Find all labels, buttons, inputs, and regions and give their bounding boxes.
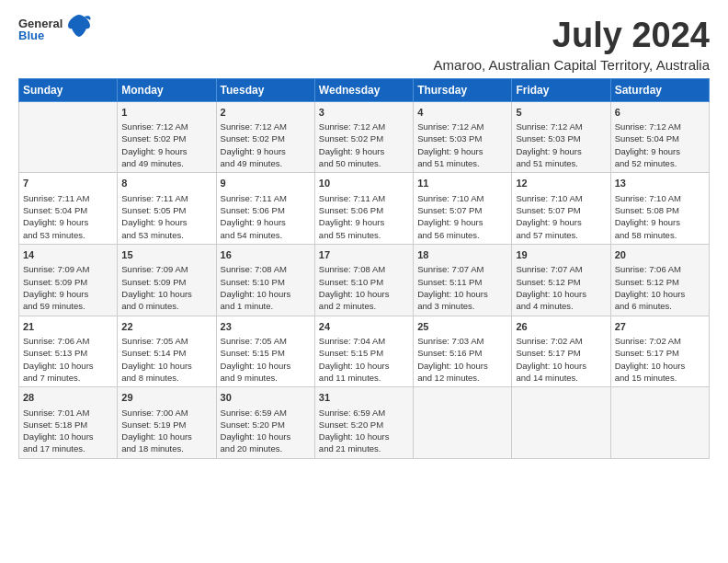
day-number: 8 — [121, 177, 211, 190]
day-info: Daylight: 9 hours — [615, 145, 705, 157]
day-number: 1 — [121, 106, 211, 120]
day-number: 16 — [221, 248, 311, 262]
day-info: Sunrise: 7:03 AM — [417, 335, 507, 347]
day-number: 23 — [221, 320, 311, 334]
day-info: Sunset: 5:09 PM — [121, 276, 211, 288]
day-info: Sunrise: 7:10 AM — [615, 192, 705, 204]
day-info: and 58 minutes. — [615, 229, 705, 241]
day-info: Sunrise: 7:12 AM — [319, 121, 409, 132]
calendar-cell: 4Sunrise: 7:12 AMSunset: 5:03 PMDaylight… — [414, 101, 512, 173]
day-info: and 2 minutes. — [319, 300, 409, 312]
header-cell-saturday: Saturday — [610, 78, 709, 101]
day-info: Sunrise: 7:12 AM — [221, 121, 311, 132]
day-info: and 12 minutes. — [417, 372, 507, 384]
day-info: Sunrise: 7:02 AM — [516, 335, 606, 347]
day-info: Sunset: 5:06 PM — [319, 204, 409, 216]
calendar-table: SundayMondayTuesdayWednesdayThursdayFrid… — [18, 78, 710, 459]
day-info: Sunset: 5:02 PM — [319, 132, 409, 144]
day-info: Sunset: 5:12 PM — [615, 276, 705, 288]
day-info: Daylight: 9 hours — [121, 145, 211, 157]
calendar-cell: 28Sunrise: 7:01 AMSunset: 5:18 PMDayligh… — [19, 387, 118, 459]
day-info: and 55 minutes. — [319, 229, 409, 241]
day-info: Sunset: 5:03 PM — [417, 132, 507, 144]
calendar-cell: 9Sunrise: 7:11 AMSunset: 5:06 PMDaylight… — [216, 173, 314, 245]
day-info: and 20 minutes. — [221, 442, 311, 454]
day-info: and 15 minutes. — [615, 372, 705, 384]
day-info: Sunset: 5:06 PM — [221, 204, 311, 216]
day-info: Sunrise: 7:04 AM — [319, 335, 409, 347]
day-info: Sunset: 5:04 PM — [23, 204, 113, 216]
day-info: Sunrise: 7:08 AM — [319, 263, 409, 275]
day-info: Sunset: 5:07 PM — [417, 204, 507, 216]
day-info: Daylight: 9 hours — [417, 145, 507, 157]
day-info: Sunrise: 7:09 AM — [121, 263, 211, 275]
calendar-cell — [19, 101, 118, 173]
day-number: 28 — [23, 391, 113, 405]
day-info: and 51 minutes. — [516, 157, 606, 169]
day-info: and 18 minutes. — [121, 442, 211, 454]
day-number: 7 — [23, 177, 113, 190]
calendar-cell: 20Sunrise: 7:06 AMSunset: 5:12 PMDayligh… — [610, 244, 709, 316]
day-info: Daylight: 10 hours — [221, 288, 311, 300]
day-info: Sunset: 5:04 PM — [615, 132, 705, 144]
calendar-week-row: 28Sunrise: 7:01 AMSunset: 5:18 PMDayligh… — [19, 387, 710, 459]
calendar-cell: 8Sunrise: 7:11 AMSunset: 5:05 PMDaylight… — [118, 173, 216, 245]
day-info: and 9 minutes. — [221, 372, 311, 384]
day-info: Sunset: 5:10 PM — [319, 276, 409, 288]
calendar-cell: 23Sunrise: 7:05 AMSunset: 5:15 PMDayligh… — [216, 316, 314, 387]
calendar-header-row: SundayMondayTuesdayWednesdayThursdayFrid… — [19, 78, 710, 101]
header: General Blue July 2024 Amaroo, Australia… — [18, 17, 710, 73]
day-info: and 7 minutes. — [23, 372, 113, 384]
calendar-cell: 10Sunrise: 7:11 AMSunset: 5:06 PMDayligh… — [314, 173, 413, 245]
calendar-cell: 26Sunrise: 7:02 AMSunset: 5:17 PMDayligh… — [512, 316, 610, 387]
day-number: 30 — [221, 391, 311, 405]
calendar-week-row: 7Sunrise: 7:11 AMSunset: 5:04 PMDaylight… — [19, 173, 710, 245]
day-info: Daylight: 10 hours — [615, 288, 705, 300]
calendar-cell: 14Sunrise: 7:09 AMSunset: 5:09 PMDayligh… — [19, 244, 118, 316]
logo: General Blue — [18, 17, 92, 42]
day-info: Sunset: 5:13 PM — [23, 347, 113, 359]
day-info: Sunset: 5:02 PM — [121, 132, 211, 144]
day-info: Sunset: 5:17 PM — [516, 347, 606, 359]
day-info: Daylight: 10 hours — [319, 360, 409, 372]
title-block: July 2024 Amaroo, Australian Capital Ter… — [434, 17, 710, 73]
day-info: Sunset: 5:10 PM — [221, 276, 311, 288]
day-info: Daylight: 10 hours — [319, 288, 409, 300]
day-info: Sunset: 5:03 PM — [516, 132, 606, 144]
calendar-cell: 31Sunrise: 6:59 AMSunset: 5:20 PMDayligh… — [314, 387, 413, 459]
day-info: Daylight: 9 hours — [221, 216, 311, 228]
calendar-cell: 3Sunrise: 7:12 AMSunset: 5:02 PMDaylight… — [314, 101, 413, 173]
day-info: Daylight: 10 hours — [23, 431, 113, 442]
calendar-cell: 16Sunrise: 7:08 AMSunset: 5:10 PMDayligh… — [216, 244, 314, 316]
page: General Blue July 2024 Amaroo, Australia… — [0, 0, 728, 468]
day-number: 4 — [417, 106, 507, 120]
day-info: Sunrise: 7:09 AM — [23, 263, 113, 275]
day-info: Daylight: 10 hours — [121, 288, 211, 300]
calendar-cell — [414, 387, 512, 459]
calendar-cell: 7Sunrise: 7:11 AMSunset: 5:04 PMDaylight… — [19, 173, 118, 245]
day-number: 26 — [516, 320, 606, 334]
calendar-cell: 30Sunrise: 6:59 AMSunset: 5:20 PMDayligh… — [216, 387, 314, 459]
day-info: Sunrise: 7:12 AM — [121, 121, 211, 132]
day-number: 10 — [319, 177, 409, 190]
day-info: Sunset: 5:05 PM — [121, 204, 211, 216]
day-info: Daylight: 9 hours — [417, 216, 507, 228]
day-info: and 59 minutes. — [23, 300, 113, 312]
day-info: and 49 minutes. — [221, 157, 311, 169]
day-number: 20 — [615, 248, 705, 262]
day-info: Daylight: 10 hours — [417, 288, 507, 300]
day-info: and 17 minutes. — [23, 442, 113, 454]
header-cell-monday: Monday — [118, 78, 216, 101]
day-info: Daylight: 9 hours — [615, 216, 705, 228]
day-info: Sunrise: 7:10 AM — [417, 192, 507, 204]
day-info: and 0 minutes. — [121, 300, 211, 312]
day-number: 15 — [121, 248, 211, 262]
day-info: Daylight: 10 hours — [23, 360, 113, 372]
day-info: Sunset: 5:20 PM — [221, 419, 311, 431]
day-info: Sunset: 5:09 PM — [23, 276, 113, 288]
day-info: Sunset: 5:02 PM — [221, 132, 311, 144]
day-info: Sunrise: 7:10 AM — [516, 192, 606, 204]
day-number: 19 — [516, 248, 606, 262]
header-cell-tuesday: Tuesday — [216, 78, 314, 101]
calendar-cell: 6Sunrise: 7:12 AMSunset: 5:04 PMDaylight… — [610, 101, 709, 173]
